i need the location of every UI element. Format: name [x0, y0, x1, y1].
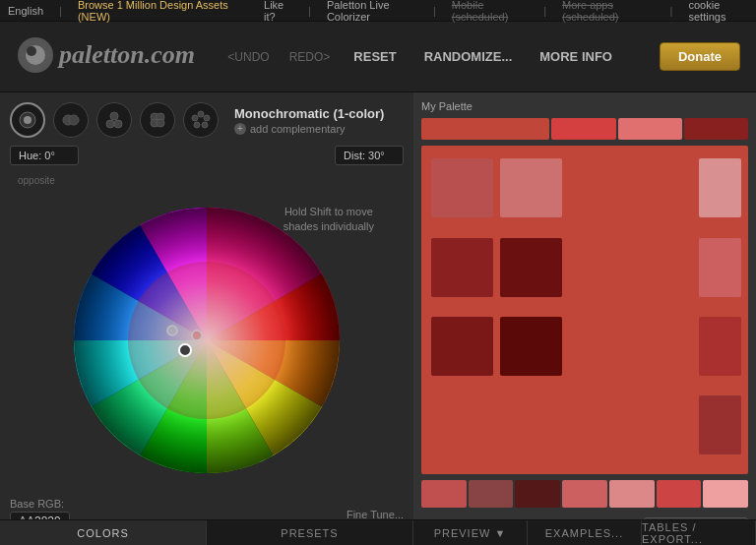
swatch-3[interactable] [431, 238, 493, 297]
five-color-icon [190, 109, 212, 131]
undo-button[interactable]: <UNDO [223, 48, 273, 66]
palette-icon-five[interactable] [183, 102, 219, 138]
header-nav: <UNDO REDO> RESET RANDOMIZE... MORE INFO… [223, 42, 740, 71]
logo-text: paletton.com [59, 40, 195, 70]
color-wheel-svg [74, 208, 340, 473]
svg-point-15 [204, 115, 210, 121]
left-panel: Monochromatic (1-color) + add complement… [0, 92, 413, 545]
bottom-swatches-row [421, 480, 748, 508]
bottom-tabs-left: Colors Presets [0, 519, 413, 545]
palette-icon-mono[interactable] [10, 102, 45, 138]
opposite-label: opposite [18, 175, 55, 186]
svg-point-9 [114, 120, 122, 128]
redo-button[interactable]: REDO> [285, 48, 335, 66]
palette-bar-seg-1 [421, 118, 549, 140]
tab-colors[interactable]: Colors [0, 520, 207, 545]
svg-point-8 [106, 120, 114, 128]
separator-3: | [433, 5, 436, 17]
logo: paletton.com [16, 35, 223, 78]
base-rgb-label: Base RGB: [10, 498, 70, 510]
svg-point-22 [179, 344, 191, 356]
svg-point-16 [202, 122, 208, 128]
separator-1: | [59, 5, 62, 17]
add-complementary-btn[interactable]: + add complementary [234, 123, 384, 135]
reset-button[interactable]: RESET [346, 45, 404, 68]
hue-control[interactable]: Hue: 0° [10, 146, 79, 165]
svg-point-24 [192, 331, 202, 340]
language-selector[interactable]: English [8, 5, 43, 17]
separator-4: | [543, 5, 546, 17]
promo-link[interactable]: Browse 1 Million Design Assets (NEW) [78, 0, 232, 23]
main-content: Monochromatic (1-color) + add complement… [0, 92, 756, 545]
my-palette-label: My Palette [421, 100, 748, 112]
logo-icon [16, 35, 55, 75]
svg-point-7 [110, 112, 118, 120]
swatch-4[interactable] [500, 238, 562, 297]
header: paletton.com <UNDO REDO> RESET RANDOMIZE… [0, 22, 756, 92]
tab-presets[interactable]: Presets [207, 520, 413, 545]
dist-control[interactable]: Dist: 30° [335, 146, 404, 165]
donate-button[interactable]: Donate [660, 42, 740, 71]
svg-point-2 [27, 46, 36, 56]
separator-5: | [670, 5, 673, 17]
more-apps-link[interactable]: More apps (scheduled) [562, 0, 655, 23]
svg-point-14 [198, 111, 204, 117]
live-colorizer-link[interactable]: Paletton Live Colorizer [327, 0, 417, 23]
bottom-tabs-right: Preview ▼ Examples... Tables / Export... [413, 519, 756, 545]
palette-icon-two[interactable] [53, 102, 89, 138]
swatch-5[interactable] [699, 238, 741, 297]
my-palette-bar [421, 118, 748, 140]
bottom-swatch-1[interactable] [469, 480, 514, 508]
palette-icon-four[interactable] [140, 102, 175, 138]
right-panel: My Palette [413, 92, 756, 545]
svg-point-6 [69, 115, 79, 125]
svg-point-13 [157, 119, 164, 127]
color-grid [421, 146, 748, 474]
four-color-icon [147, 109, 168, 131]
svg-point-18 [192, 115, 198, 121]
wheel-container: Hold Shift to move shades individually [10, 195, 404, 486]
svg-point-17 [194, 122, 200, 128]
swatch-9[interactable] [699, 395, 741, 454]
bottom-swatch-6[interactable] [703, 480, 748, 508]
swatch-1[interactable] [500, 158, 562, 217]
add-icon: + [234, 123, 246, 135]
two-color-icon [60, 109, 82, 131]
svg-point-23 [167, 326, 177, 335]
palette-bar-seg-3 [618, 118, 682, 140]
mono-icon [17, 109, 38, 131]
palette-type-name: Monochromatic (1-color) [234, 106, 384, 121]
palette-type-row: Monochromatic (1-color) + add complement… [10, 102, 404, 138]
swatch-8[interactable] [699, 317, 741, 376]
palette-bar-seg-2 [551, 118, 615, 140]
controls-row: Hue: 0° Dist: 30° [10, 146, 404, 165]
tab-preview[interactable]: Preview ▼ [413, 520, 528, 545]
bottom-swatch-5[interactable] [657, 480, 702, 508]
more-info-button[interactable]: MORE INFO [532, 45, 620, 68]
bottom-swatch-0[interactable] [421, 480, 467, 508]
three-color-icon [103, 109, 125, 131]
tab-examples[interactable]: Examples... [528, 520, 642, 545]
bottom-swatch-3[interactable] [562, 480, 607, 508]
bottom-swatch-2[interactable] [515, 480, 560, 508]
svg-point-21 [128, 262, 285, 419]
swatch-2[interactable] [699, 158, 741, 217]
color-wheel-wrapper[interactable] [74, 208, 340, 473]
palette-bar-seg-4 [684, 118, 748, 140]
svg-point-4 [24, 116, 32, 124]
mobile-link[interactable]: Mobile (scheduled) [452, 0, 528, 23]
cookie-settings-link[interactable]: cookie settings [688, 0, 748, 23]
like-it-link[interactable]: Like it? [264, 0, 292, 23]
separator-2: | [308, 5, 311, 17]
swatch-0[interactable] [431, 158, 493, 217]
bottom-swatch-4[interactable] [609, 480, 655, 508]
palette-icon-three[interactable] [96, 102, 132, 138]
top-bar: English | Browse 1 Million Design Assets… [0, 0, 756, 22]
palette-label: Monochromatic (1-color) + add complement… [234, 106, 384, 135]
tab-tables-export[interactable]: Tables / Export... [642, 520, 756, 545]
swatch-7[interactable] [500, 317, 562, 376]
randomize-button[interactable]: RANDOMIZE... [416, 45, 521, 68]
swatch-6[interactable] [431, 317, 493, 376]
